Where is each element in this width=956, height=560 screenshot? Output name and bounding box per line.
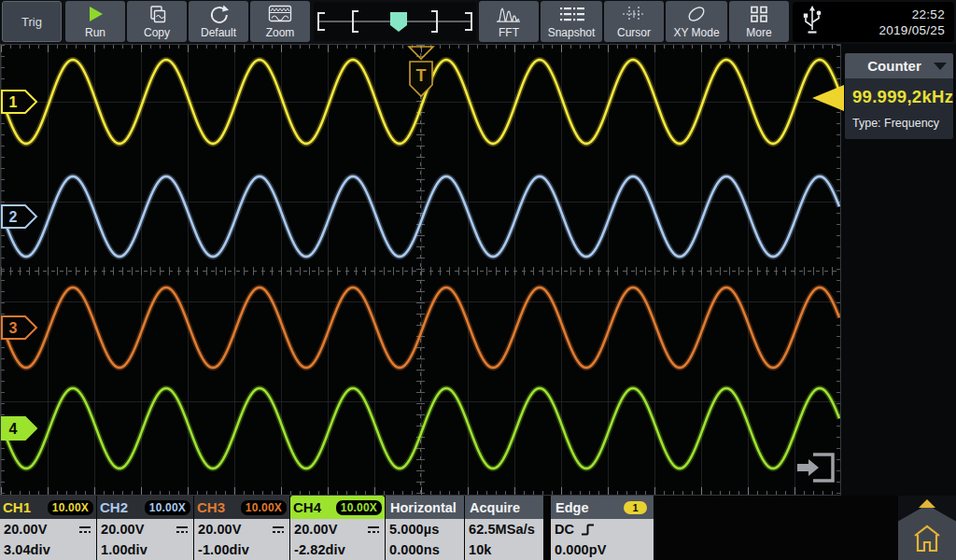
more-label: More <box>746 26 771 39</box>
dc-coupling-icon <box>367 525 380 534</box>
run-button[interactable]: Run <box>65 1 125 42</box>
dc-coupling-icon <box>176 525 189 534</box>
channel-3-probe-badge: 10.00X <box>241 500 287 515</box>
trigger-status[interactable]: Edge 1 DC 0.000pV <box>551 496 654 560</box>
trigger-coupling: DC <box>555 522 574 537</box>
clock-time: 22:52 <box>879 7 945 22</box>
more-button[interactable]: More <box>729 1 789 42</box>
side-panel: Counter 99.999,2kHz Type: Frequency <box>841 44 956 496</box>
acquire-status[interactable]: Acquire 62.5MSa/s 10k <box>465 496 543 560</box>
cursor-crosshair-icon <box>622 3 646 25</box>
rising-edge-icon <box>581 523 596 537</box>
default-label: Default <box>201 26 236 39</box>
svg-text:1: 1 <box>9 94 18 110</box>
run-label: Run <box>85 26 105 39</box>
fft-button[interactable]: FFT <box>479 1 539 42</box>
zoom-label: Zoom <box>266 26 295 39</box>
channel-4-scale: 20.00V <box>294 522 338 537</box>
channel-marker-3[interactable]: 3 <box>1 315 40 341</box>
default-button[interactable]: Default <box>189 1 248 42</box>
channel-4-label: CH4 <box>293 499 321 515</box>
channel-2-probe-badge: 10.00X <box>145 500 190 515</box>
trigger-source-badge: 1 <box>624 501 647 514</box>
xy-mode-button[interactable]: XY Mode <box>666 1 727 42</box>
counter-panel: Counter 99.999,2kHz Type: Frequency <box>845 53 953 139</box>
channel-1-label: CH1 <box>3 499 31 515</box>
chevron-down-icon <box>934 63 947 70</box>
clock-date: 2019/05/25 <box>879 22 945 38</box>
horizontal-status[interactable]: Horizontal 5.000µs 0.000ns <box>386 496 464 560</box>
expand-panel-icon[interactable] <box>794 452 839 485</box>
status-bar: CH1 10.00X 20.00V 3.04div CH2 10.00X 20.… <box>0 496 956 560</box>
counter-title: Counter <box>867 58 921 74</box>
fft-label: FFT <box>499 26 519 39</box>
svg-text:4: 4 <box>9 421 18 437</box>
xy-mode-label: XY Mode <box>673 26 719 39</box>
channel-marker-4[interactable]: 4 <box>1 415 40 441</box>
channel-4-position: -2.82div <box>294 542 345 557</box>
channel-2-position: 1.00div <box>101 542 148 557</box>
dc-coupling-icon <box>78 525 91 534</box>
counter-value: 99.999,2kHz <box>852 87 946 107</box>
waveform-display[interactable]: T 1234 <box>0 44 841 496</box>
horizontal-timebase: 5.000µs <box>389 522 439 537</box>
xy-ellipse-icon <box>684 3 709 25</box>
channel-1-scale: 20.00V <box>4 522 48 537</box>
counter-header[interactable]: Counter <box>845 53 953 78</box>
cursor-label: Cursor <box>617 26 651 39</box>
channel-3-position: -1.00div <box>198 542 249 557</box>
run-play-icon <box>85 3 105 25</box>
channel-4-probe-badge: 10.00X <box>336 500 382 515</box>
channel-2-scale: 20.00V <box>101 522 145 537</box>
channel-2-status[interactable]: CH2 10.00X 20.00V 1.00div <box>97 496 193 560</box>
clock-panel[interactable]: 22:52 2019/05/25 <box>793 2 954 42</box>
snapshot-button[interactable]: Snapshot <box>541 1 602 42</box>
horizontal-title: Horizontal <box>390 500 457 515</box>
toolbar: Trig Run Copy Default <box>0 0 956 44</box>
svg-text:3: 3 <box>9 320 18 336</box>
trigger-level-arrow[interactable] <box>812 85 844 111</box>
counter-body: 99.999,2kHz Type: Frequency <box>845 78 953 139</box>
copy-icon <box>146 3 168 25</box>
counter-type: Type: Frequency <box>852 117 946 130</box>
copy-button[interactable]: Copy <box>127 1 187 42</box>
channel-3-status[interactable]: CH3 10.00X 20.00V -1.00div <box>194 496 289 560</box>
horizontal-position-indicator[interactable] <box>314 2 476 41</box>
horizontal-delay: 0.000ns <box>389 542 440 557</box>
oscilloscope-screen: { "toolbar": { "trig_label": "Trig", "ru… <box>0 0 956 560</box>
trig-label: Trig <box>21 15 42 29</box>
snapshot-list-icon <box>558 3 584 25</box>
usb-icon <box>801 4 823 41</box>
snapshot-label: Snapshot <box>548 26 596 39</box>
fft-spectrum-icon <box>497 3 521 25</box>
acquire-memory-depth: 10k <box>469 542 492 557</box>
channel-1-probe-badge: 10.00X <box>48 500 93 515</box>
channel-1-status[interactable]: CH1 10.00X 20.00V 3.04div <box>0 496 96 560</box>
channel-1-position: 3.04div <box>4 542 50 557</box>
trigger-level: 0.000pV <box>555 542 607 557</box>
channel-marker-2[interactable]: 2 <box>1 203 40 230</box>
acquire-title: Acquire <box>470 500 520 515</box>
trigger-title: Edge <box>555 500 588 515</box>
more-grid-icon <box>749 3 769 25</box>
channel-marker-1[interactable]: 1 <box>1 89 40 115</box>
reset-arrow-icon <box>207 3 230 25</box>
dc-coupling-icon <box>272 525 285 534</box>
waveform-traces <box>1 45 840 495</box>
corner-menu <box>898 496 956 560</box>
zoom-window-icon <box>268 3 292 25</box>
channel-3-scale: 20.00V <box>198 522 242 537</box>
channel-2-label: CH2 <box>100 499 128 515</box>
trig-button[interactable]: Trig <box>2 1 62 42</box>
svg-text:2: 2 <box>9 209 18 225</box>
acquire-sample-rate: 62.5MSa/s <box>469 522 535 537</box>
channel-3-label: CH3 <box>197 499 225 515</box>
zoom-button[interactable]: Zoom <box>250 1 310 42</box>
cursor-button[interactable]: Cursor <box>604 1 664 42</box>
collapse-up-icon[interactable] <box>919 499 935 508</box>
copy-label: Copy <box>144 26 170 39</box>
trigger-position-marker <box>390 12 407 32</box>
home-icon[interactable] <box>913 524 941 553</box>
channel-4-status[interactable]: CH4 10.00X 20.00V -2.82div <box>290 496 385 560</box>
